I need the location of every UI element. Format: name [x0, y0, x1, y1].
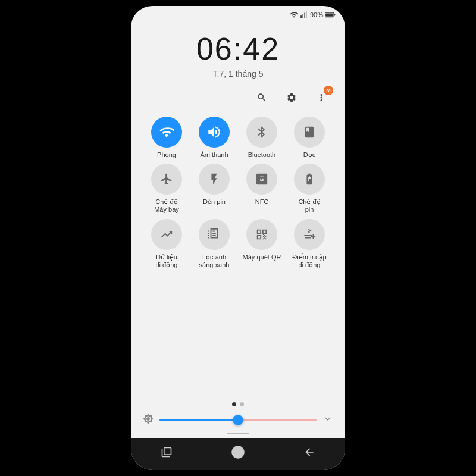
sound-icon [199, 117, 230, 148]
qs-bluetooth[interactable]: Bluetooth [240, 117, 283, 159]
svg-rect-2 [304, 13, 305, 18]
settings-button[interactable] [282, 88, 301, 107]
mobile-data-label: Dữ liệudi động [156, 253, 178, 269]
home-indicator-line [227, 433, 249, 434]
qs-flashlight[interactable]: Đèn pin [193, 164, 236, 214]
qs-airplane[interactable]: Chế độMáy bay [145, 164, 188, 214]
more-badge: M [324, 86, 333, 95]
qs-hotspot[interactable]: Điểm tr.cậpdi động [288, 219, 331, 269]
time-display: 06:42 [196, 31, 280, 67]
status-bar: 90% [131, 6, 345, 21]
search-button[interactable] [252, 88, 271, 107]
qr-icon [246, 219, 277, 250]
nfc-label: NFC [255, 198, 269, 206]
wifi-label: Phong [157, 151, 176, 159]
svg-rect-6 [325, 13, 333, 16]
quick-settings: Phong Âm thanh Bluetooth Đ [131, 112, 345, 395]
flashlight-icon [199, 164, 230, 195]
qs-row-3: Dữ liệudi động Lọc ánhsáng xanh Máy quét… [143, 219, 333, 269]
brightness-track[interactable] [159, 419, 317, 421]
qs-wifi[interactable]: Phong [145, 117, 188, 159]
svg-rect-0 [300, 15, 302, 18]
flashlight-label: Đèn pin [203, 198, 226, 206]
expand-button[interactable] [322, 414, 333, 427]
reading-icon [294, 117, 325, 148]
hotspot-icon [294, 219, 325, 250]
time-section: 06:42 T.7, 1 tháng 5 [131, 21, 345, 83]
reading-label: Đọc [303, 151, 315, 159]
dot-1 [232, 402, 236, 406]
qs-battery-save[interactable]: Chế độpin [288, 164, 331, 214]
qs-reading[interactable]: Đọc [288, 117, 331, 159]
wifi-icon [151, 117, 182, 148]
battery-icon [325, 11, 336, 18]
blue-light-icon [199, 219, 230, 250]
qs-row-1: Phong Âm thanh Bluetooth Đ [143, 117, 333, 159]
qs-nfc[interactable]: NFC [240, 164, 283, 214]
blue-light-label: Lọc ánhsáng xanh [199, 253, 230, 269]
qs-blue-light[interactable]: Lọc ánhsáng xanh [193, 219, 236, 269]
nav-bar [131, 438, 345, 470]
hotspot-label: Điểm tr.cậpdi động [292, 253, 326, 269]
svg-point-7 [232, 446, 244, 458]
battery-text: 90% [310, 11, 323, 18]
sound-label: Âm thanh [200, 151, 228, 159]
brightness-thumb[interactable] [233, 415, 243, 425]
qs-sound[interactable]: Âm thanh [193, 117, 236, 159]
svg-rect-3 [306, 11, 307, 18]
back-button[interactable] [298, 440, 321, 464]
dot-2 [240, 402, 244, 406]
bluetooth-icon [246, 117, 277, 148]
wifi-status-icon [290, 11, 298, 19]
battery-save-icon [294, 164, 325, 195]
svg-rect-5 [334, 14, 335, 16]
brightness-icon [143, 414, 154, 427]
qs-qr[interactable]: Máy quét QR [240, 219, 283, 269]
home-button[interactable] [226, 440, 250, 464]
qs-mobile-data[interactable]: Dữ liệudi động [145, 219, 188, 269]
more-button[interactable]: M [312, 88, 331, 107]
brightness-row [131, 411, 345, 431]
recent-apps-button[interactable] [155, 440, 178, 464]
date-display: T.7, 1 tháng 5 [213, 69, 264, 79]
signal-icon [300, 11, 308, 19]
nfc-icon [246, 164, 277, 195]
top-actions: M [131, 83, 345, 112]
svg-rect-1 [302, 14, 303, 18]
page-dots [131, 395, 345, 411]
airplane-label: Chế độMáy bay [154, 198, 179, 214]
airplane-icon [151, 164, 182, 195]
phone-frame: 90% 06:42 T.7, 1 tháng 5 M [131, 6, 345, 470]
qr-label: Máy quét QR [243, 253, 281, 261]
battery-save-label: Chế độpin [298, 198, 320, 214]
mobile-data-icon [151, 219, 182, 250]
qs-row-2: Chế độMáy bay Đèn pin NFC [143, 164, 333, 214]
status-icons: 90% [290, 11, 336, 19]
bluetooth-label: Bluetooth [248, 151, 275, 159]
